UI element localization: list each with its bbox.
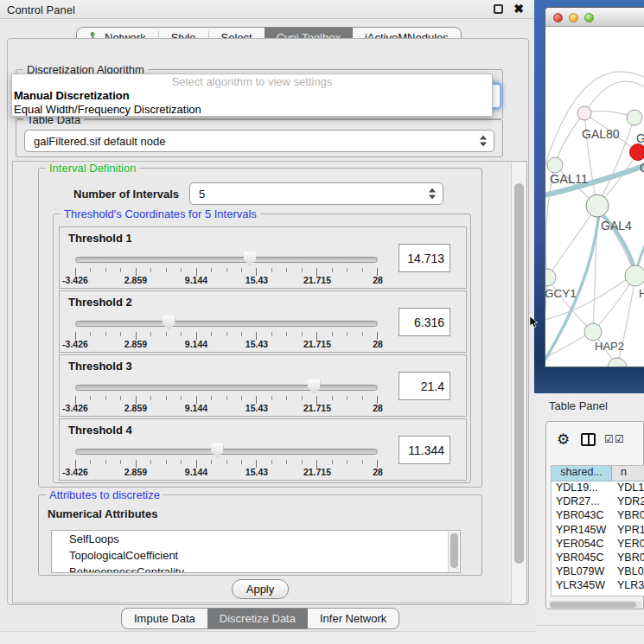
node-label[interactable]: GAL4 (601, 219, 632, 233)
threshold-4-value-field[interactable]: 11.344 (399, 436, 450, 464)
network-window-titlebar[interactable] (545, 8, 644, 27)
cell[interactable]: YBL079W (552, 565, 612, 579)
tab-impute-data[interactable]: Impute Data (122, 609, 207, 628)
cell[interactable]: YBR0 (612, 552, 644, 565)
cell[interactable]: YIL052C (552, 594, 612, 597)
list-item[interactable]: TopologicalCoefficient (52, 547, 460, 564)
tab-infer-network[interactable]: Infer Network (308, 609, 399, 628)
node[interactable] (625, 265, 644, 286)
cell[interactable]: YBR0 (612, 509, 644, 523)
slider-thumb[interactable] (308, 379, 321, 394)
network-canvas[interactable]: GAL80 G C GAL11 GAL4 GCY1 H HAP2 (545, 27, 644, 367)
node[interactable] (627, 110, 642, 125)
threshold-1-value-field[interactable]: 14.713 (399, 244, 450, 272)
node-label[interactable]: C (640, 161, 644, 175)
network-view-window[interactable]: GAL80 G C GAL11 GAL4 GCY1 H HAP2 (545, 7, 644, 367)
threshold-2-value-field[interactable]: 6.316 (399, 308, 450, 336)
table-row[interactable]: YIL052CYIL0 (552, 594, 644, 597)
slider-thumb[interactable] (211, 443, 224, 458)
float-window-icon[interactable] (494, 4, 503, 14)
scale-tick-label: 21.715 (303, 467, 331, 477)
cell[interactable]: YDR27... (552, 495, 612, 509)
node[interactable] (547, 157, 563, 173)
cell[interactable]: YPR145W (552, 524, 612, 538)
minimize-traffic-light-icon[interactable] (569, 13, 578, 22)
algorithm-option-manual[interactable]: Manual Discretization (14, 89, 130, 102)
cell[interactable]: YBR045C (552, 552, 612, 565)
slider-track[interactable] (75, 385, 378, 391)
scrollbar-thumb[interactable] (514, 183, 524, 564)
threshold-4-slider[interactable] (75, 442, 378, 459)
apply-button[interactable]: Apply (232, 579, 289, 599)
slider-thumb[interactable] (163, 316, 175, 330)
checkbox-icon[interactable]: ☑ (604, 433, 614, 445)
node-label[interactable]: GAL11 (550, 172, 588, 186)
table-horizontal-scrollbar[interactable] (549, 601, 642, 609)
node-label[interactable]: G (636, 131, 644, 145)
zoom-traffic-light-icon[interactable] (584, 13, 594, 22)
threshold-2-slider[interactable] (75, 314, 378, 331)
cell[interactable]: YPR1 (612, 524, 644, 538)
slider-track[interactable] (75, 449, 378, 455)
tab-discretize-data[interactable]: Discretize Data (207, 609, 308, 628)
table-row[interactable]: YPR145WYPR1 (552, 524, 644, 538)
table-row[interactable]: YER054CYER0 (552, 538, 644, 552)
threshold-1-slider[interactable] (75, 250, 378, 267)
cell[interactable]: YDL1 (612, 481, 644, 495)
slider-thumb[interactable] (244, 252, 257, 266)
list-item[interactable]: SelfLoops (52, 531, 460, 547)
scale-tick-label: 21.715 (303, 275, 331, 285)
numerical-attributes-list[interactable]: SelfLoops TopologicalCoefficient Between… (51, 530, 461, 573)
cell[interactable]: YLR3 (612, 579, 644, 593)
attributes-list-scrollbar[interactable] (448, 532, 459, 573)
close-icon[interactable]: ✖ (513, 2, 524, 16)
table-panel: Table Panel ⚙ ☑ ☑ shared... n YDL19...YD… (536, 393, 644, 644)
node-label[interactable]: HAP2 (595, 340, 624, 353)
gear-icon[interactable]: ⚙ (557, 430, 570, 449)
node[interactable] (608, 358, 627, 367)
node-table[interactable]: shared... n YDL19...YDL1 YDR27...YDR2 YB… (551, 465, 644, 596)
column-header-name[interactable]: n (612, 466, 644, 481)
table-row[interactable]: YDL19...YDL1 (552, 481, 644, 495)
table-row[interactable]: YBL079WYBL0 (552, 565, 644, 579)
threshold-3-slider[interactable] (75, 378, 378, 395)
node[interactable] (584, 323, 602, 341)
number-of-intervals-combobox[interactable]: 5 (189, 182, 443, 205)
scale-tick-label: 2.859 (124, 275, 147, 285)
scale-tick-label: 2.859 (124, 339, 147, 349)
scrollbar-thumb[interactable] (450, 533, 458, 568)
cell[interactable]: YBR043C (552, 509, 612, 523)
node-label[interactable]: GCY1 (545, 287, 577, 300)
slider-track[interactable] (75, 321, 378, 327)
node[interactable] (577, 106, 591, 120)
attributes-groupbox: Attributes to discretize Numerical Attri… (38, 494, 482, 576)
cell[interactable]: YDL19... (552, 481, 612, 495)
cell[interactable]: YER054C (552, 538, 612, 552)
split-columns-icon[interactable] (581, 433, 596, 446)
table-row[interactable]: YBR045CYBR0 (552, 552, 644, 565)
cell[interactable]: YIL0 (612, 594, 644, 597)
table-row[interactable]: YLR345WYLR3 (552, 579, 644, 593)
node-label[interactable]: GAL80 (582, 127, 620, 141)
table-data-combobox[interactable]: galFiltered.sif default node (24, 130, 494, 152)
cell[interactable]: YBL0 (612, 565, 644, 579)
node[interactable] (586, 194, 609, 217)
settings-vertical-scrollbar[interactable] (511, 163, 526, 603)
column-header-shared-name[interactable]: shared... (552, 466, 612, 481)
algorithm-option-equal-width[interactable]: Equal Width/Frequency Discretization (14, 103, 201, 116)
node[interactable] (545, 269, 556, 286)
cell[interactable]: YDR2 (612, 495, 644, 509)
slider-track[interactable] (75, 257, 378, 263)
scrollbar-thumb[interactable] (550, 602, 636, 608)
node-selected[interactable] (630, 144, 644, 161)
edge (555, 113, 584, 165)
close-traffic-light-icon[interactable] (553, 13, 563, 22)
cell[interactable]: YER0 (612, 538, 644, 552)
checkbox-icon[interactable]: ☑ (615, 433, 624, 445)
cell[interactable]: YLR345W (552, 579, 612, 593)
threshold-3-value-field[interactable]: 21.4 (399, 372, 450, 400)
table-row[interactable]: YBR043CYBR0 (552, 509, 644, 523)
list-item[interactable]: BetweennessCentrality (52, 564, 460, 573)
table-row[interactable]: YDR27...YDR2 (552, 495, 644, 509)
node-label[interactable]: H (639, 287, 644, 300)
